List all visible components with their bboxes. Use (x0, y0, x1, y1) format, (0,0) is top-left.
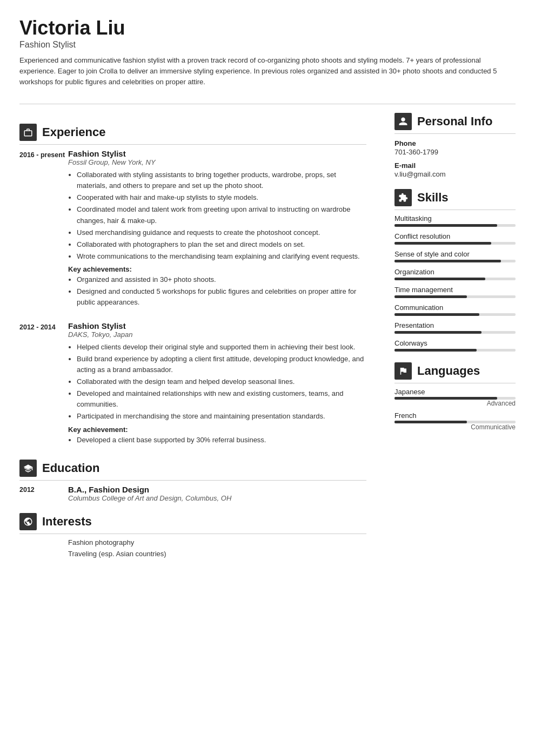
exp-entry-1: 2016 - present Fashion Stylist Fossil Gr… (19, 149, 366, 312)
language-name: French (394, 411, 516, 420)
skill-bar-bg (394, 295, 516, 298)
achievements-list-2: Developed a client base supported by 30%… (68, 435, 366, 446)
achievement: Organized and assisted in 30+ photo shoo… (77, 274, 366, 285)
skill-bar-fill (394, 242, 491, 245)
interests-icon (23, 517, 33, 526)
skill-bar-fill (394, 331, 482, 334)
skill-name: Organization (394, 268, 516, 276)
main-layout: Experience 2016 - present Fashion Stylis… (19, 113, 516, 739)
bullet: Helped clients develop their original st… (77, 342, 366, 353)
interests-section-header: Interests (19, 513, 366, 534)
experience-section-header: Experience (19, 124, 366, 145)
exp-content-1: Fashion Stylist Fossil Group, New York, … (68, 149, 366, 312)
bullet: Collaborated with photographers to plan … (77, 239, 366, 250)
bullet: Build brand experience by adopting a cli… (77, 354, 366, 375)
interests-list: Fashion photography Traveling (esp. Asia… (68, 538, 366, 558)
header-divider (19, 104, 516, 104)
interests-title: Interests (42, 515, 92, 529)
exp-date-2: 2012 - 2014 (19, 321, 68, 449)
language-level: Advanced (394, 400, 516, 407)
left-column: Experience 2016 - present Fashion Stylis… (19, 113, 382, 739)
skills-section-header: Skills (394, 189, 516, 210)
skill-name: Sense of style and color (394, 250, 516, 258)
skill-name: Multitasking (394, 214, 516, 222)
achievement: Designed and conducted 5 workshops for p… (77, 286, 366, 308)
skill-row: Multitasking (394, 214, 516, 227)
briefcase-icon (23, 127, 33, 137)
company-2: DAKS, Tokyo, Japan (68, 330, 366, 339)
skill-name: Conflict resolution (394, 232, 516, 240)
personal-info-header: Personal Info (394, 113, 516, 134)
bullet: Wrote communications to the merchandisin… (77, 251, 366, 262)
degree-1: B.A., Fashion Design (68, 485, 231, 494)
skill-row: Organization (394, 268, 516, 280)
bullet: Collaborated with the design team and he… (77, 376, 366, 387)
graduation-icon (23, 463, 33, 473)
key-achievements-label-1: Key achievements: (68, 265, 366, 273)
skill-bar-bg (394, 224, 516, 227)
flag-icon (398, 366, 408, 376)
achievement: Developed a client base supported by 30%… (77, 435, 366, 446)
skills-icon-box (394, 189, 412, 206)
skill-bar-bg (394, 331, 516, 334)
skills-icon (398, 193, 408, 202)
skill-row: Presentation (394, 321, 516, 334)
edu-date-1: 2012 (19, 485, 68, 502)
skill-row: Conflict resolution (394, 232, 516, 245)
education-title: Education (42, 461, 99, 475)
skill-bar-bg (394, 313, 516, 316)
header: Victoria Liu Fashion Stylist Experienced… (19, 17, 516, 87)
candidate-name: Victoria Liu (19, 17, 516, 39)
skill-bar-fill (394, 260, 501, 262)
languages-container: Japanese Advanced French Communicative (394, 388, 516, 431)
person-icon (398, 117, 408, 126)
skill-bar-bg (394, 349, 516, 352)
skill-name: Communication (394, 303, 516, 312)
exp-entry-2: 2012 - 2014 Fashion Stylist DAKS, Tokyo,… (19, 321, 366, 449)
experience-icon-box (19, 124, 37, 141)
languages-title: Languages (417, 364, 480, 378)
skill-name: Presentation (394, 321, 516, 329)
skill-row: Communication (394, 303, 516, 316)
bullet: Participated in merchandising the store … (77, 411, 366, 422)
skills-container: Multitasking Conflict resolution Sense o… (394, 214, 516, 352)
language-row: French Communicative (394, 411, 516, 431)
job-title-2: Fashion Stylist (68, 321, 366, 330)
experience-section: Experience 2016 - present Fashion Stylis… (19, 124, 366, 449)
skill-bar-fill (394, 295, 467, 298)
skill-row: Colorways (394, 339, 516, 352)
bullet: Used merchandising guidance and requests… (77, 227, 366, 238)
education-section-header: Education (19, 460, 366, 481)
bullet: Coordinated model and talent work from g… (77, 204, 366, 226)
email-value: v.liu@gmail.com (394, 170, 516, 178)
edu-content-1: B.A., Fashion Design Columbus College of… (68, 485, 231, 502)
exp-date-1: 2016 - present (19, 149, 68, 312)
skills-section: Skills Multitasking Conflict resolution … (394, 189, 516, 352)
language-level: Communicative (394, 423, 516, 431)
language-name: Japanese (394, 388, 516, 396)
exp-content-2: Fashion Stylist DAKS, Tokyo, Japan Helpe… (68, 321, 366, 449)
skill-bar-bg (394, 260, 516, 262)
personal-info-title: Personal Info (417, 114, 492, 129)
school-1: Columbus College of Art and Design, Colu… (68, 494, 231, 502)
skill-bar-fill (394, 313, 479, 316)
skill-bar-fill (394, 278, 485, 280)
achievements-list-1: Organized and assisted in 30+ photo shoo… (68, 274, 366, 308)
interest-item-1: Fashion photography (68, 538, 366, 546)
edu-entry-1: 2012 B.A., Fashion Design Columbus Colle… (19, 485, 366, 502)
bullet: Developed and maintained relationships w… (77, 388, 366, 410)
education-icon-box (19, 460, 37, 477)
skill-name: Colorways (394, 339, 516, 347)
job-title-1: Fashion Stylist (68, 149, 366, 158)
candidate-summary: Experienced and communicative fashion st… (19, 55, 516, 87)
interests-icon-box (19, 513, 37, 530)
skill-row: Time management (394, 286, 516, 298)
candidate-title: Fashion Stylist (19, 40, 516, 50)
languages-section-header: Languages (394, 362, 516, 383)
skill-name: Time management (394, 286, 516, 294)
languages-icon-box (394, 362, 412, 380)
resume-page: Victoria Liu Fashion Stylist Experienced… (0, 0, 535, 756)
personal-info-icon-box (394, 113, 412, 130)
bullet: Collaborated with styling assistants to … (77, 170, 366, 191)
phone-value: 701-360-1799 (394, 148, 516, 156)
